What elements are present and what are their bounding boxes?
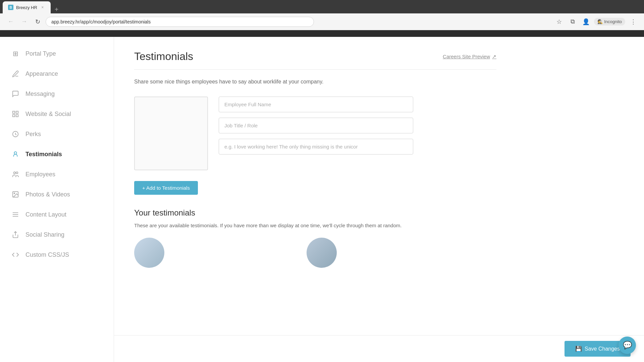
- page-title: Testimonials: [134, 50, 193, 63]
- testimonials-icon: [11, 149, 20, 159]
- messaging-icon: [11, 89, 20, 99]
- page-header: Testimonials Careers Site Preview ↗: [134, 50, 496, 70]
- svg-point-6: [14, 172, 16, 174]
- testimonial-form: [134, 97, 496, 170]
- tab-favicon: B: [8, 5, 13, 10]
- sidebar-item-employees[interactable]: Employees: [0, 164, 114, 184]
- preview-link-text: Careers Site Preview: [443, 54, 490, 59]
- perks-icon: [11, 129, 20, 139]
- menu-button[interactable]: ⋮: [628, 16, 639, 27]
- add-testimonial-label: + Add to Testimonials: [142, 185, 190, 191]
- svg-point-5: [14, 152, 16, 154]
- quote-input[interactable]: [219, 139, 413, 155]
- chat-button[interactable]: 💬: [619, 337, 636, 354]
- svg-rect-0: [13, 111, 15, 113]
- sidebar-item-portal-type[interactable]: ⊞ Portal Type: [0, 44, 114, 64]
- save-label: Save Changes: [585, 346, 620, 352]
- website-social-icon: [11, 109, 20, 119]
- tab-close-button[interactable]: ×: [40, 5, 45, 10]
- sidebar-item-testimonials[interactable]: Testimonials: [0, 144, 114, 164]
- employee-name-input[interactable]: [219, 97, 413, 112]
- photos-videos-icon: [11, 190, 20, 199]
- sidebar-item-messaging[interactable]: Messaging: [0, 84, 114, 104]
- url-text: app.breezy.hr/app/c/moodjoy/portal/testi…: [51, 19, 151, 24]
- job-title-input[interactable]: [219, 118, 413, 133]
- address-bar[interactable]: app.breezy.hr/app/c/moodjoy/portal/testi…: [46, 17, 314, 27]
- svg-rect-2: [13, 115, 15, 117]
- page-description: Share some nice things employees have to…: [134, 78, 496, 86]
- sidebar-label-employees: Employees: [25, 171, 55, 178]
- add-testimonial-button[interactable]: + Add to Testimonials: [134, 181, 198, 195]
- your-testimonials-title: Your testimonials: [134, 208, 496, 218]
- careers-preview-link[interactable]: Careers Site Preview ↗: [443, 54, 496, 60]
- sidebar-item-photos-videos[interactable]: Photos & Videos: [0, 184, 114, 204]
- incognito-badge: 🕵 Incognito: [594, 18, 625, 25]
- main-content: Testimonials Careers Site Preview ↗ Shar…: [114, 37, 644, 362]
- testimonial-avatar-1: [134, 238, 164, 268]
- forward-button[interactable]: →: [19, 16, 30, 27]
- portal-type-icon: ⊞: [11, 49, 20, 58]
- browser-nav-icons: ☆ ⧉ 👤 🕵 Incognito ⋮: [554, 16, 639, 27]
- browser-chrome: B Breezy HR × + ← → ↻ app.breezy.hr/app/…: [0, 0, 644, 37]
- sidebar-item-content-layout[interactable]: Content Layout: [0, 204, 114, 225]
- form-fields: [219, 97, 496, 155]
- svg-point-9: [14, 193, 15, 194]
- sidebar-label-testimonials: Testimonials: [25, 151, 62, 158]
- avatar-upload-area[interactable]: [134, 97, 208, 170]
- sidebar-item-perks[interactable]: Perks: [0, 124, 114, 144]
- back-button[interactable]: ←: [5, 16, 16, 27]
- sidebar-item-custom-css[interactable]: Custom CSS/JS: [0, 245, 114, 265]
- sidebar-label-website-social: Website & Social: [25, 111, 71, 118]
- your-testimonials-desc: These are your available testimonials. I…: [134, 222, 496, 230]
- social-sharing-icon: [11, 230, 20, 239]
- app-container: ⊞ Portal Type Appearance Messaging Websi…: [0, 37, 644, 362]
- sidebar-label-content-layout: Content Layout: [25, 211, 66, 218]
- svg-rect-3: [16, 115, 18, 117]
- testimonials-section: Your testimonials These are your availab…: [134, 208, 496, 268]
- chat-icon: 💬: [623, 341, 632, 350]
- tabs-bar: B Breezy HR × +: [0, 0, 644, 13]
- nav-bar: ← → ↻ app.breezy.hr/app/c/moodjoy/portal…: [0, 13, 644, 30]
- incognito-label: Incognito: [604, 19, 622, 24]
- sidebar-label-custom-css: Custom CSS/JS: [25, 251, 69, 258]
- appearance-icon: [11, 69, 20, 78]
- bookmark-button[interactable]: ☆: [554, 16, 565, 27]
- svg-rect-1: [16, 111, 18, 113]
- save-icon: 💾: [575, 346, 582, 352]
- custom-css-icon: [11, 250, 20, 259]
- bottom-bar: 💾 Save Changes: [114, 335, 644, 362]
- external-link-icon: ↗: [492, 54, 496, 60]
- sidebar-item-website-social[interactable]: Website & Social: [0, 104, 114, 124]
- new-tab-button[interactable]: +: [52, 6, 61, 13]
- sidebar-item-social-sharing[interactable]: Social Sharing: [0, 225, 114, 245]
- sidebar-label-photos-videos: Photos & Videos: [25, 191, 70, 198]
- employees-icon: [11, 170, 20, 179]
- active-tab[interactable]: B Breezy HR ×: [3, 1, 51, 13]
- sidebar-label-perks: Perks: [25, 131, 41, 138]
- profile-button[interactable]: 👤: [581, 16, 591, 27]
- sidebar-label-messaging: Messaging: [25, 90, 55, 98]
- refresh-button[interactable]: ↻: [32, 16, 43, 27]
- sidebar-item-appearance[interactable]: Appearance: [0, 64, 114, 84]
- sidebar-label-social-sharing: Social Sharing: [25, 231, 64, 238]
- svg-point-7: [16, 172, 18, 174]
- sidebar-label-appearance: Appearance: [25, 70, 58, 77]
- testimonials-grid: [134, 238, 496, 268]
- testimonial-avatar-2: [307, 238, 337, 268]
- sidebar: ⊞ Portal Type Appearance Messaging Websi…: [0, 37, 114, 362]
- tab-label: Breezy HR: [16, 5, 37, 10]
- incognito-icon: 🕵: [597, 19, 603, 24]
- content-inner: Testimonials Careers Site Preview ↗ Shar…: [114, 37, 517, 281]
- content-layout-icon: [11, 210, 20, 219]
- extensions-button[interactable]: ⧉: [567, 16, 578, 27]
- sidebar-label-portal-type: Portal Type: [25, 50, 56, 57]
